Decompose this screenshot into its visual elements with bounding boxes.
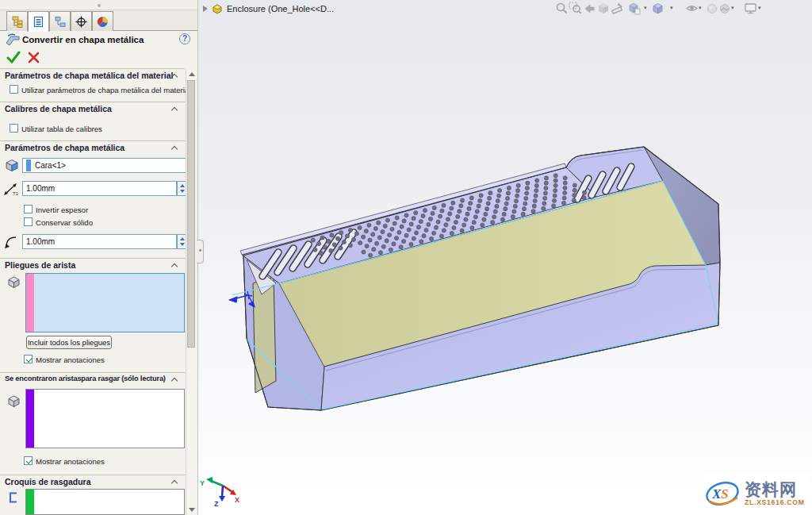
configuration-manager-icon — [54, 16, 66, 28]
section-view-icon[interactable] — [596, 2, 610, 15]
checkbox-label: Mostrar anotaciones — [36, 356, 105, 364]
triad-x-label: X — [235, 496, 239, 504]
fixed-face-icon — [4, 158, 19, 172]
watermark-subtitle: ZL.XS1616.COM — [745, 499, 805, 506]
convert-to-sheetmetal-icon — [6, 33, 21, 47]
watermark-title: 资料网 — [745, 481, 805, 498]
view-orientation-dropdown-icon[interactable]: ▾ — [644, 5, 647, 11]
checkbox-label: Utilizar parámetros de chapa metálica de… — [21, 86, 190, 94]
thickness-icon: T1 — [3, 182, 19, 197]
zoom-to-fit-icon[interactable] — [555, 2, 569, 15]
manager-tab-bar — [0, 10, 198, 31]
edge-bends-color-strip — [26, 274, 34, 332]
tab-feature-manager[interactable] — [6, 11, 28, 31]
tree-expand-icon[interactable] — [203, 6, 208, 12]
previous-view-icon[interactable] — [583, 2, 596, 15]
collapse-chevron-icon[interactable] — [171, 146, 178, 152]
section-header-rip-edges[interactable]: Se encontraron aristaspara rasgar (sólo … — [0, 372, 185, 386]
fixed-face-field[interactable]: Cara<1> — [22, 158, 187, 173]
selection-strip — [26, 159, 31, 171]
scroll-up-icon[interactable] — [189, 72, 195, 76]
include-all-bends-button[interactable]: Incluir todos los pliegues — [26, 336, 112, 349]
panel-collapse-tab[interactable] — [197, 240, 204, 263]
measure-icon[interactable] — [611, 2, 624, 15]
use-material-params-checkbox[interactable] — [10, 85, 18, 94]
watermark: XS 资料网 ZL.XS1616.COM — [701, 474, 810, 513]
property-manager-icon — [33, 16, 44, 28]
invert-thickness-checkbox[interactable] — [24, 205, 33, 213]
splitter-handle-icon — [98, 4, 101, 7]
checkbox-label: Invertir espesor — [36, 206, 88, 214]
edge-bends-listbox[interactable] — [25, 273, 185, 332]
triad-z-label: Z — [214, 500, 219, 508]
keep-body-checkbox[interactable] — [24, 217, 33, 226]
display-style-icon[interactable] — [651, 2, 665, 15]
page-title: Convertir en chapa metálica — [22, 35, 144, 44]
part-icon — [212, 3, 223, 14]
help-icon[interactable]: ? — [179, 33, 190, 44]
collapse-chevron-icon[interactable] — [171, 107, 178, 113]
bend-radius-field[interactable]: 1.00mm — [22, 234, 177, 249]
rip-edges-listbox[interactable] — [25, 389, 185, 448]
section-header-gauge[interactable]: Calibres de chapa metálica — [0, 102, 185, 115]
tab-display-manager[interactable] — [92, 11, 113, 31]
property-manager-header: Convertir en chapa metálica ? — [0, 33, 198, 48]
apply-scene-icon[interactable] — [718, 2, 732, 15]
tab-dimxpert-manager[interactable] — [71, 11, 92, 31]
view-settings-dropdown-icon[interactable]: ▾ — [758, 5, 761, 11]
tab-property-manager[interactable] — [28, 11, 49, 32]
breadcrumb[interactable]: Enclosure (One_Hole<<D... — [203, 2, 334, 16]
section-header-edge-bends[interactable]: Pliegues de arista — [0, 258, 185, 271]
apply-scene-dropdown-icon[interactable]: ▾ — [731, 5, 734, 11]
checkbox-label: Mostrar anotaciones — [36, 457, 105, 466]
scrollbar-thumb[interactable] — [187, 80, 195, 348]
zoom-to-area-icon[interactable] — [569, 2, 582, 15]
rip-edges-color-strip — [26, 390, 34, 448]
triad-y-label: Y — [200, 479, 205, 487]
ok-icon[interactable] — [6, 50, 21, 64]
spinner-up-icon[interactable] — [180, 184, 185, 187]
document-name[interactable]: Enclosure (One_Hole<<D... — [227, 4, 334, 13]
feature-tree-icon — [11, 16, 23, 28]
view-orientation-icon[interactable] — [627, 2, 641, 15]
svg-text:T1: T1 — [13, 191, 19, 196]
spinner-down-icon[interactable] — [180, 243, 185, 246]
section-header-params[interactable]: Parámetros de chapa metálica — [0, 140, 185, 154]
checkbox-label: Conservar sólido — [36, 218, 93, 227]
panel-collapse-dot-icon — [199, 249, 201, 252]
bend-radius-icon — [3, 234, 19, 250]
sheet-metal-model[interactable] — [229, 147, 720, 410]
model-view[interactable]: Y X Z — [198, 0, 812, 515]
cancel-icon[interactable] — [28, 52, 40, 63]
left-wall-window[interactable] — [253, 277, 276, 393]
hide-show-items-icon[interactable] — [685, 2, 699, 15]
use-gauge-table-checkbox[interactable] — [10, 124, 18, 133]
edit-appearance-icon[interactable] — [706, 2, 719, 15]
rip-sketch-icon — [6, 490, 21, 505]
property-manager-panel: Convertir en chapa metálica ? Parámetros… — [0, 0, 198, 515]
checkbox-label: Utilizar tabla de calibres — [21, 125, 102, 133]
scroll-down-icon[interactable] — [189, 508, 195, 512]
view-settings-icon[interactable] — [744, 2, 757, 15]
graphics-area[interactable]: Y X Z — [198, 0, 812, 515]
rip-sketch-listbox[interactable] — [25, 489, 185, 515]
spinner-up-icon[interactable] — [180, 237, 185, 240]
section-header-rip-sketch[interactable]: Croquis de rasgadura — [0, 475, 185, 488]
section-header-material[interactable]: Parámetros de chapa metálica del materia… — [0, 68, 185, 82]
collapse-chevron-icon[interactable] — [171, 480, 178, 486]
tab-configuration-manager[interactable] — [49, 11, 71, 31]
spinner-down-icon[interactable] — [180, 190, 185, 193]
rip-edges-collection-icon — [7, 394, 21, 408]
svg-text:XS: XS — [711, 486, 729, 502]
show-annotations-checkbox[interactable] — [24, 456, 33, 465]
edge-bends-collection-icon — [7, 275, 21, 289]
thickness-field[interactable]: 1.00mm — [22, 181, 177, 196]
dimxpert-icon — [75, 16, 87, 28]
rip-sketch-color-strip — [26, 490, 34, 514]
collapse-chevron-icon[interactable] — [171, 263, 178, 270]
show-annotations-checkbox[interactable] — [24, 355, 33, 363]
collapse-chevron-icon[interactable] — [171, 378, 178, 384]
hide-show-items-dropdown-icon[interactable]: ▾ — [699, 5, 702, 11]
display-style-dropdown-icon[interactable]: ▾ — [670, 5, 673, 11]
display-manager-icon — [97, 16, 109, 28]
